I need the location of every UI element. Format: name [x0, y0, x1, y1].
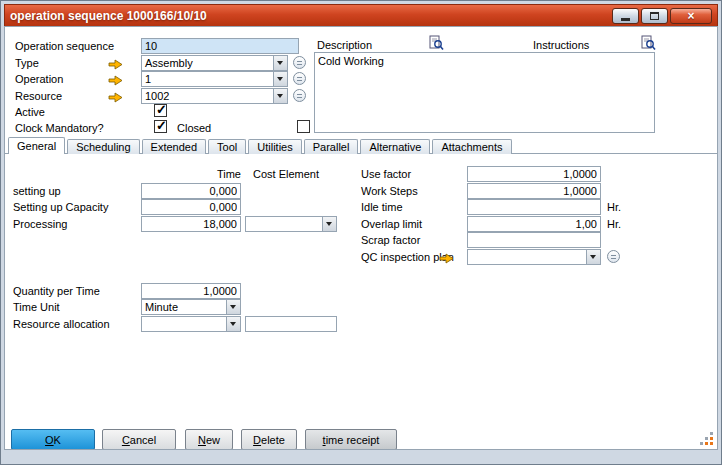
tab-tool[interactable]: Tool	[208, 139, 246, 154]
operation-sequence-label: Operation sequence	[15, 40, 114, 53]
operation-value: 1	[145, 73, 151, 86]
cost-element-column-header: Cost Element	[253, 168, 319, 181]
mandatory-arrow-icon	[108, 56, 123, 67]
closed-label: Closed	[177, 122, 211, 135]
use-factor-field[interactable]	[467, 166, 601, 182]
work-steps-label: Work Steps	[361, 185, 418, 198]
time-unit-dropdown[interactable]: Minute	[141, 299, 241, 315]
window-title: operation sequence 1000166/10/10	[10, 9, 610, 23]
close-button[interactable]: ×	[670, 8, 712, 24]
titlebar[interactable]: operation sequence 1000166/10/10 ×	[4, 4, 718, 26]
setting-up-capacity-field[interactable]	[141, 199, 241, 215]
idle-time-field[interactable]	[467, 199, 601, 215]
time-receipt-button[interactable]: time receipt	[305, 429, 397, 450]
description-textarea[interactable]: Cold Working	[314, 52, 655, 133]
active-label: Active	[15, 106, 45, 119]
tab-scheduling[interactable]: Scheduling	[67, 139, 139, 154]
type-dropdown[interactable]: Assembly	[141, 55, 288, 71]
description-label: Description	[317, 39, 372, 52]
scrap-factor-label: Scrap factor	[361, 234, 420, 247]
tab-extended[interactable]: Extended	[142, 139, 206, 154]
minimize-icon	[621, 18, 630, 21]
maximize-icon	[650, 12, 659, 20]
quantity-per-time-field[interactable]	[141, 283, 241, 299]
active-checkbox[interactable]	[154, 104, 167, 117]
tab-attachments[interactable]: Attachments	[432, 139, 511, 154]
qc-inspection-plan-dropdown[interactable]	[467, 249, 601, 265]
tab-alternative[interactable]: Alternative	[360, 139, 430, 154]
mandatory-arrow-icon	[108, 72, 123, 83]
instructions-label: Instructions	[533, 39, 589, 52]
resource-allocation-extra-field[interactable]	[245, 316, 337, 332]
chevron-down-icon[interactable]	[273, 72, 287, 86]
tab-parallel[interactable]: Parallel	[304, 139, 359, 154]
time-unit-value: Minute	[145, 301, 178, 314]
chevron-down-icon[interactable]	[226, 300, 240, 314]
overlap-limit-field[interactable]	[467, 216, 601, 232]
time-unit-label: Time Unit	[13, 301, 60, 314]
setting-up-field[interactable]	[141, 183, 241, 199]
processing-cost-element-dropdown[interactable]	[245, 216, 337, 232]
use-factor-label: Use factor	[361, 168, 411, 181]
operation-dropdown[interactable]: 1	[141, 71, 288, 87]
window-content: Operation sequence Type Assembly Operati…	[4, 26, 718, 450]
resource-label: Resource	[15, 90, 62, 103]
type-value: Assembly	[145, 57, 193, 70]
operation-sequence-field[interactable]	[141, 38, 299, 54]
chevron-down-icon[interactable]	[322, 217, 336, 231]
tab-bar: General Scheduling Extended Tool Utiliti…	[8, 137, 514, 154]
overlap-limit-label: Overlap limit	[361, 218, 422, 231]
setting-up-capacity-label: Setting up Capacity	[13, 201, 108, 214]
cancel-button[interactable]: Cancel	[102, 429, 176, 450]
mandatory-arrow-icon	[108, 89, 123, 100]
resource-allocation-label: Resource allocation	[13, 318, 110, 331]
resize-grip-icon[interactable]	[699, 431, 714, 446]
instructions-editor-icon[interactable]	[641, 35, 656, 51]
overlap-limit-unit-label: Hr.	[607, 218, 621, 231]
maximize-button[interactable]	[641, 8, 668, 24]
work-steps-field[interactable]	[467, 183, 601, 199]
window: operation sequence 1000166/10/10 × Opera…	[0, 0, 722, 465]
chevron-down-icon[interactable]	[273, 89, 287, 103]
clock-mandatory-checkbox[interactable]	[154, 120, 167, 133]
operation-detail-button[interactable]	[293, 72, 306, 85]
quantity-per-time-label: Quantity per Time	[13, 285, 100, 298]
idle-time-unit-label: Hr.	[607, 201, 621, 214]
tab-utilities[interactable]: Utilities	[248, 139, 301, 154]
resource-allocation-dropdown[interactable]	[141, 316, 241, 332]
setting-up-label: setting up	[13, 185, 61, 198]
delete-button[interactable]: Delete	[241, 429, 297, 450]
operation-label: Operation	[15, 73, 63, 86]
closed-checkbox[interactable]	[297, 120, 310, 133]
ok-button[interactable]: OK	[11, 429, 95, 450]
tab-general[interactable]: General	[8, 137, 65, 154]
chevron-down-icon[interactable]	[586, 250, 600, 264]
processing-field[interactable]	[141, 216, 241, 232]
description-editor-icon[interactable]	[429, 35, 444, 51]
clock-mandatory-label: Clock Mandatory?	[15, 122, 104, 135]
resource-detail-button[interactable]	[293, 89, 306, 102]
idle-time-label: Idle time	[361, 201, 403, 214]
scrap-factor-field[interactable]	[467, 232, 601, 248]
mandatory-arrow-icon	[439, 250, 454, 261]
chevron-down-icon[interactable]	[226, 317, 240, 331]
type-label: Type	[15, 57, 39, 70]
chevron-down-icon[interactable]	[273, 56, 287, 70]
qc-inspection-plan-detail-button[interactable]	[607, 250, 620, 263]
type-detail-button[interactable]	[293, 56, 306, 69]
new-button[interactable]: New	[185, 429, 233, 450]
minimize-button[interactable]	[612, 8, 639, 24]
processing-label: Processing	[13, 218, 67, 231]
time-column-header: Time	[141, 168, 241, 181]
